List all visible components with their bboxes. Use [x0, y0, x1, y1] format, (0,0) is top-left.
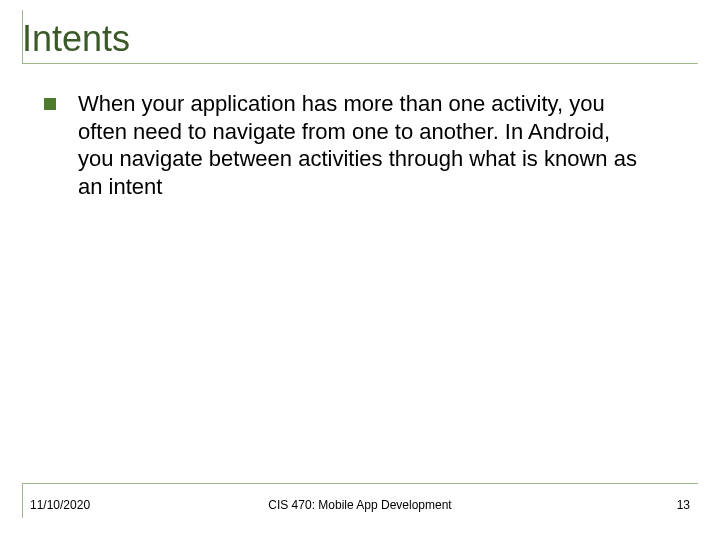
slide-body: When your application has more than one …: [44, 90, 676, 200]
footer-page-number: 13: [677, 498, 690, 512]
slide-title: Intents: [22, 18, 698, 68]
footer-date: 11/10/2020: [30, 498, 90, 512]
bullet-item: When your application has more than one …: [44, 90, 676, 200]
square-bullet-icon: [44, 98, 56, 110]
bullet-text: When your application has more than one …: [78, 90, 638, 200]
footer-course: CIS 470: Mobile App Development: [30, 498, 690, 512]
title-container: Intents: [22, 18, 698, 68]
slide: Intents When your application has more t…: [0, 0, 720, 540]
slide-footer: 11/10/2020 CIS 470: Mobile App Developme…: [30, 498, 690, 512]
